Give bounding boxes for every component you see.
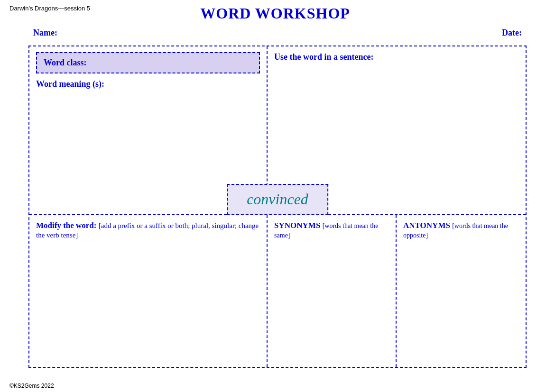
center-word-container: convinced xyxy=(227,184,328,215)
antonyms-bold: ANTONYMS xyxy=(403,221,450,230)
bottom-section: Modify the word: [add a prefix or a suff… xyxy=(29,215,526,367)
modify-bold-label: Modify the word: xyxy=(36,221,96,230)
sentence-label: Use the word in a sentence: xyxy=(274,52,519,62)
center-word-text: convinced xyxy=(247,191,308,208)
date-label: Date: xyxy=(502,28,522,38)
center-word-box: convinced xyxy=(227,184,328,215)
top-row: Word class: Word meaning (s): Use the wo… xyxy=(29,46,526,215)
antonyms-panel: ANTONYMS [words that mean the opposite] xyxy=(397,215,526,367)
session-label: Darwin's Dragons—session 5 xyxy=(9,5,90,12)
word-meaning-label: Word meaning (s): xyxy=(36,79,260,89)
page-title: WORD WORKSHOP xyxy=(90,5,460,22)
synonyms-bold: SYNONYMS xyxy=(274,221,320,230)
name-date-row: Name: Date: xyxy=(0,24,555,42)
page-header: Darwin's Dragons—session 5 WORD WORKSHOP xyxy=(0,0,555,22)
antonyms-label: ANTONYMS [words that mean the opposite] xyxy=(403,221,519,240)
word-class-box[interactable]: Word class: xyxy=(36,52,260,73)
synonyms-label: SYNONYMS [words that mean the same] xyxy=(274,221,389,240)
synonyms-panel: SYNONYMS [words that mean the same] xyxy=(268,215,397,367)
modify-panel: Modify the word: [add a prefix or a suff… xyxy=(29,215,268,367)
footer-copyright: ©KS2Gems 2022 xyxy=(9,383,54,389)
modify-label: Modify the word: [add a prefix or a suff… xyxy=(36,221,260,240)
worksheet-container: Word class: Word meaning (s): Use the wo… xyxy=(28,46,527,368)
word-class-label: Word class: xyxy=(44,58,87,67)
name-label: Name: xyxy=(33,28,57,38)
